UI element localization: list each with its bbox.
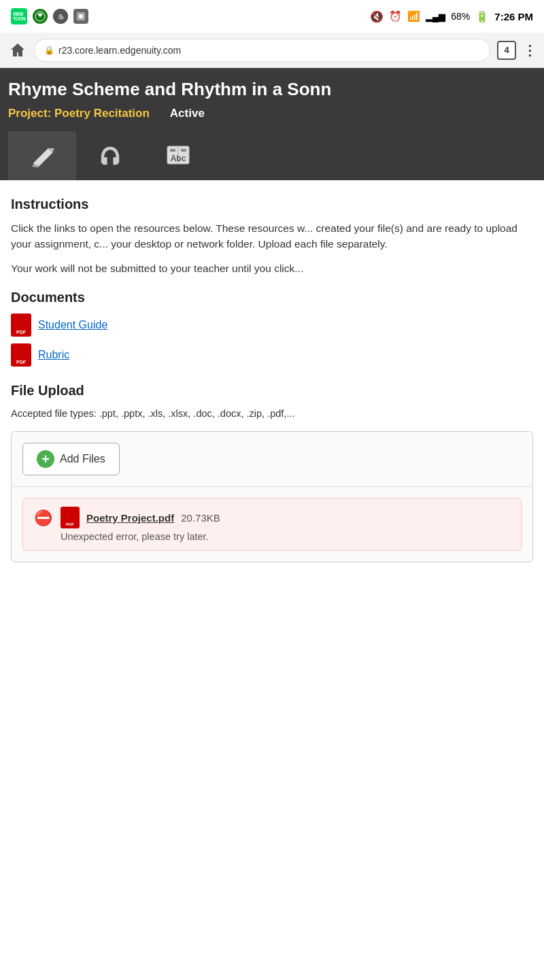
documents-heading: Documents	[11, 290, 533, 305]
webtoon-icon: WEBTOON	[11, 8, 27, 24]
file-name[interactable]: Poetry Project.pdf	[86, 512, 174, 524]
lock-icon: 🔒	[44, 46, 54, 55]
file-size: 20.73KB	[181, 512, 220, 524]
battery-level: 68%	[451, 11, 470, 22]
add-files-button[interactable]: + Add Files	[22, 443, 120, 475]
address-bar[interactable]: 🔒 r23.core.learn.edgenuity.com	[34, 39, 490, 62]
toolbar: Abc	[8, 131, 536, 180]
xbox-icon	[33, 9, 48, 24]
pdf-icon-rubric	[11, 343, 31, 367]
error-circle-icon: ⛔	[34, 509, 52, 527]
document-row-rubric: Rubric	[11, 343, 533, 367]
svg-point-4	[79, 14, 83, 18]
upload-divider	[12, 486, 532, 487]
file-upload-heading: File Upload	[11, 383, 533, 399]
student-guide-link[interactable]: Student Guide	[38, 319, 107, 331]
toolbar-tab-read[interactable]: Abc	[144, 131, 212, 180]
pdf-icon-student-guide	[11, 314, 31, 337]
svg-rect-8	[181, 149, 186, 152]
other-app-icon	[73, 9, 88, 24]
file-upload-section: File Upload Accepted file types: .ppt, .…	[11, 383, 533, 562]
file-error-row: ⛔ Poetry Project.pdf 20.73KB Unexpected …	[22, 498, 522, 551]
browser-menu[interactable]: ⋮	[523, 42, 536, 58]
steam-icon: ♨	[53, 9, 68, 24]
svg-text:♨: ♨	[58, 13, 64, 20]
status-time: 7:26 PM	[494, 11, 533, 22]
status-bar-left: WEBTOON ♨	[11, 8, 88, 24]
svg-rect-5	[33, 165, 39, 167]
page-header: Rhyme Scheme and Rhythm in a Sonn Projec…	[0, 68, 544, 180]
instructions-heading: Instructions	[11, 197, 533, 212]
page-bottom	[0, 590, 544, 671]
document-row-student-guide: Student Guide	[11, 314, 533, 337]
page-title: Rhyme Scheme and Rhythm in a Sonn	[8, 79, 536, 100]
battery-icon: 🔋	[475, 10, 489, 23]
file-info: Poetry Project.pdf 20.73KB Unexpected er…	[61, 507, 510, 542]
instructions-text-2: Your work will not be submitted to your …	[11, 260, 533, 276]
url-text: r23.core.learn.edgenuity.com	[58, 45, 181, 56]
wifi-icon: 📶	[407, 10, 420, 22]
status-bar-right: 🔇 ⏰ 📶 ▂▄▆ 68% 🔋 7:26 PM	[370, 10, 533, 23]
alarm-icon: ⏰	[389, 10, 402, 22]
toolbar-tab-write[interactable]	[8, 131, 76, 180]
accepted-types-text: Accepted file types: .ppt, .pptx, .xls, …	[11, 407, 533, 420]
rubric-link[interactable]: Rubric	[38, 349, 69, 361]
mute-icon: 🔇	[370, 10, 384, 23]
signal-icon: ▂▄▆	[426, 12, 445, 22]
status-badge: Active	[170, 107, 205, 120]
add-circle-icon: +	[37, 450, 54, 468]
upload-box: + Add Files ⛔ Poetry Project.pdf 20.73KB…	[11, 431, 533, 562]
file-name-row: Poetry Project.pdf 20.73KB	[61, 507, 510, 528]
toolbar-tab-listen[interactable]	[76, 131, 144, 180]
browser-bar: 🔒 r23.core.learn.edgenuity.com 4 ⋮	[0, 33, 544, 68]
status-bar: WEBTOON ♨ 🔇 ⏰ 📶 ▂▄▆ 68% 🔋 7:26 PM	[0, 0, 544, 33]
project-label: Project: Poetry Recitation	[8, 107, 150, 120]
page-subtitle-row: Project: Poetry Recitation Active	[8, 107, 536, 120]
svg-text:Abc: Abc	[171, 154, 186, 163]
content-area: Instructions Click the links to open the…	[0, 180, 544, 590]
error-message: Unexpected error, please try later.	[61, 531, 510, 542]
tab-count[interactable]: 4	[497, 41, 516, 60]
file-pdf-icon	[61, 507, 80, 528]
instructions-text-1: Click the links to open the resources be…	[11, 220, 533, 252]
svg-rect-7	[170, 149, 175, 152]
home-button[interactable]	[8, 41, 27, 60]
add-files-label: Add Files	[60, 453, 105, 465]
documents-section: Documents Student Guide Rubric	[11, 290, 533, 367]
